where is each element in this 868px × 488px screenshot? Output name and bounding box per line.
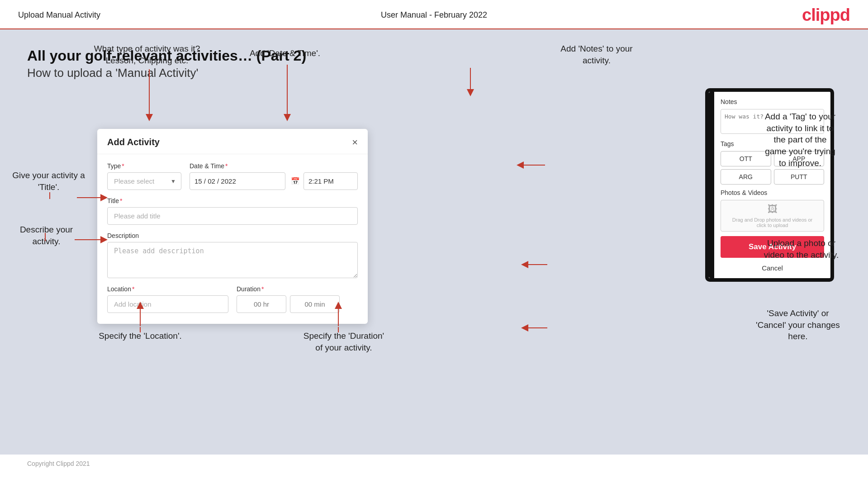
copyright: Copyright Clippd 2021: [27, 460, 90, 467]
heading-title: All your golf-relevant activities… (Part…: [27, 47, 841, 64]
photos-label: Photos & Videos: [721, 189, 824, 196]
description-textarea[interactable]: [107, 242, 358, 278]
time-input[interactable]: [304, 172, 358, 190]
duration-hr-input[interactable]: [237, 295, 286, 313]
notes-label: Notes: [721, 98, 824, 105]
tag-putt[interactable]: PUTT: [774, 169, 825, 185]
dialog-body: Type* Please select Date & Time* 📅: [97, 154, 368, 324]
title-label: Title*: [107, 197, 358, 204]
datetime-label: Date & Time*: [190, 162, 358, 170]
main-content: All your golf-relevant activities… (Part…: [0, 29, 868, 455]
location-input[interactable]: [107, 295, 228, 313]
phone-screen-inner: Notes Tags OTT APP ARG PUTT Photos & Vid…: [714, 92, 830, 278]
heading-subtitle: How to upload a 'Manual Activity': [27, 66, 841, 80]
photo-icon: 🖼: [768, 204, 778, 215]
annotation-title: Give your activity a'Title'.: [9, 170, 88, 193]
dialog-title: Add Activity: [107, 137, 160, 147]
calendar-icon: 📅: [291, 177, 300, 185]
duration-label: Duration*: [237, 285, 358, 293]
tags-grid: OTT APP ARG PUTT: [721, 151, 824, 185]
annotation-save-cancel: 'Save Activity' or'Cancel' your changesh…: [737, 308, 859, 342]
footer: Copyright Clippd 2021: [0, 455, 868, 473]
datetime-group: Date & Time* 📅: [190, 162, 358, 190]
annotation-duration: Specify the 'Duration'of your activity.: [280, 330, 407, 353]
phone-panel: Notes Tags OTT APP ARG PUTT Photos & Vid…: [705, 88, 841, 282]
top-bar: Upload Manual Activity User Manual - Feb…: [0, 0, 868, 29]
type-label: Type*: [107, 162, 181, 170]
location-label: Location*: [107, 285, 228, 293]
description-label: Description: [107, 232, 358, 239]
tag-ott[interactable]: OTT: [721, 151, 771, 166]
tag-arg[interactable]: ARG: [721, 169, 771, 185]
phone-screen: Notes Tags OTT APP ARG PUTT Photos & Vid…: [705, 88, 834, 282]
duration-inputs: [237, 295, 358, 313]
annotation-describe: Describe youractivity.: [9, 224, 84, 247]
type-datetime-row: Type* Please select Date & Time* 📅: [107, 162, 358, 190]
dialog-header: Add Activity ×: [97, 129, 368, 154]
title-group: Title*: [107, 197, 358, 225]
document-title: User Manual - February 2022: [381, 10, 487, 20]
location-duration-row: Location* Duration*: [107, 285, 358, 313]
date-time-group: 📅: [190, 172, 358, 190]
date-input[interactable]: [190, 172, 285, 190]
logo: clippd: [802, 5, 850, 25]
photo-upload-area[interactable]: 🖼 Drag and Drop photos and videos orclic…: [721, 200, 824, 232]
add-activity-dialog: Add Activity × Type* Please select: [97, 129, 368, 324]
notes-textarea[interactable]: [721, 109, 824, 134]
tag-app[interactable]: APP: [774, 151, 825, 166]
cancel-link[interactable]: Cancel: [721, 264, 824, 272]
type-group: Type* Please select: [107, 162, 181, 190]
description-group: Description: [107, 232, 358, 278]
duration-group: Duration*: [237, 285, 358, 313]
close-button[interactable]: ×: [352, 137, 358, 147]
location-group: Location*: [107, 285, 228, 313]
annotation-location: Specify the 'Location'.: [90, 330, 190, 342]
save-activity-button[interactable]: Save Activity: [721, 236, 824, 258]
type-select[interactable]: Please select: [107, 172, 181, 190]
tags-label: Tags: [721, 140, 824, 147]
title-input[interactable]: [107, 207, 358, 225]
duration-min-input[interactable]: [290, 295, 340, 313]
heading-block: All your golf-relevant activities… (Part…: [27, 47, 841, 80]
page-title: Upload Manual Activity: [18, 10, 100, 20]
type-select-wrapper[interactable]: Please select: [107, 172, 181, 190]
photo-upload-text: Drag and Drop photos and videos orclick …: [732, 217, 812, 228]
